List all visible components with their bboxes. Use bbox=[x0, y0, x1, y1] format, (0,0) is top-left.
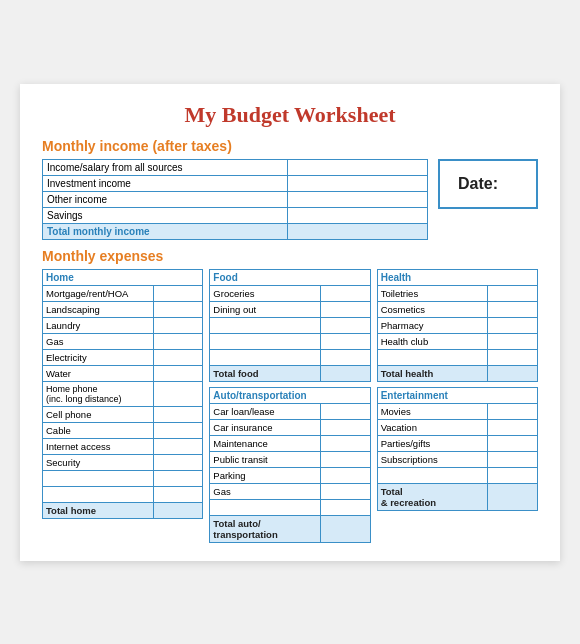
food-total-row: Total food bbox=[210, 365, 370, 381]
health-label: Cosmetics bbox=[377, 301, 488, 317]
home-label: Mortgage/rent/HOA bbox=[43, 285, 154, 301]
auto-label: Gas bbox=[210, 483, 321, 499]
home-value[interactable] bbox=[153, 438, 203, 454]
health-value[interactable] bbox=[488, 317, 538, 333]
auto-value[interactable] bbox=[320, 435, 370, 451]
date-label: Date: bbox=[458, 175, 498, 193]
ent-header: Entertainment bbox=[377, 387, 537, 403]
table-row: Toiletries bbox=[377, 285, 537, 301]
food-label: Dining out bbox=[210, 301, 321, 317]
table-row bbox=[43, 486, 203, 502]
date-box: Date: bbox=[438, 159, 538, 209]
table-row bbox=[210, 317, 370, 333]
ent-value[interactable] bbox=[488, 435, 538, 451]
income-value-4[interactable] bbox=[288, 207, 428, 223]
home-value[interactable] bbox=[153, 365, 203, 381]
home-value[interactable] bbox=[153, 349, 203, 365]
home-value[interactable] bbox=[153, 317, 203, 333]
income-label-3: Other income bbox=[43, 191, 288, 207]
table-row: Income/salary from all sources bbox=[43, 159, 428, 175]
food-auto-column: Food Groceries Dining out Total food Aut… bbox=[209, 269, 370, 543]
home-value[interactable] bbox=[153, 333, 203, 349]
auto-label: Public transit bbox=[210, 451, 321, 467]
table-row: Water bbox=[43, 365, 203, 381]
food-total-label: Total food bbox=[210, 365, 321, 381]
main-title: My Budget Worksheet bbox=[42, 102, 538, 128]
ent-header-row: Entertainment bbox=[377, 387, 537, 403]
auto-label: Car loan/lease bbox=[210, 403, 321, 419]
income-value-2[interactable] bbox=[288, 175, 428, 191]
income-section-title: Monthly income (after taxes) bbox=[42, 138, 538, 154]
auto-value[interactable] bbox=[320, 451, 370, 467]
food-total-value[interactable] bbox=[320, 365, 370, 381]
home-value[interactable] bbox=[153, 301, 203, 317]
home-value[interactable] bbox=[153, 422, 203, 438]
auto-total-value[interactable] bbox=[320, 515, 370, 542]
table-row: Public transit bbox=[210, 451, 370, 467]
health-ent-column: Health Toiletries Cosmetics Pharmacy Hea… bbox=[377, 269, 538, 511]
home-label: Laundry bbox=[43, 317, 154, 333]
home-header-row: Home bbox=[43, 269, 203, 285]
ent-total-row: Total& recreation bbox=[377, 483, 537, 510]
table-row: Dining out bbox=[210, 301, 370, 317]
auto-header: Auto/transportation bbox=[210, 387, 370, 403]
auto-label: Car insurance bbox=[210, 419, 321, 435]
income-area: Income/salary from all sources Investmen… bbox=[42, 159, 538, 240]
auto-value[interactable] bbox=[320, 467, 370, 483]
health-total-label: Total health bbox=[377, 365, 488, 381]
table-row: Other income bbox=[43, 191, 428, 207]
ent-value[interactable] bbox=[488, 403, 538, 419]
health-label: Health club bbox=[377, 333, 488, 349]
food-value[interactable] bbox=[320, 285, 370, 301]
home-label: Landscaping bbox=[43, 301, 154, 317]
food-label: Groceries bbox=[210, 285, 321, 301]
home-total-value[interactable] bbox=[153, 502, 203, 518]
table-row: Gas bbox=[43, 333, 203, 349]
ent-total-label: Total& recreation bbox=[377, 483, 488, 510]
ent-value[interactable] bbox=[488, 419, 538, 435]
health-value[interactable] bbox=[488, 301, 538, 317]
auto-label: Parking bbox=[210, 467, 321, 483]
auto-value[interactable] bbox=[320, 403, 370, 419]
table-row: Mortgage/rent/HOA bbox=[43, 285, 203, 301]
home-value[interactable] bbox=[153, 406, 203, 422]
table-row: Security bbox=[43, 454, 203, 470]
health-label: Pharmacy bbox=[377, 317, 488, 333]
ent-total-value[interactable] bbox=[488, 483, 538, 510]
table-row: Cable bbox=[43, 422, 203, 438]
home-value[interactable] bbox=[153, 381, 203, 406]
table-row: Savings bbox=[43, 207, 428, 223]
table-row: Gas bbox=[210, 483, 370, 499]
table-row bbox=[210, 349, 370, 365]
health-value[interactable] bbox=[488, 333, 538, 349]
home-label: Electricity bbox=[43, 349, 154, 365]
food-value[interactable] bbox=[320, 301, 370, 317]
auto-value[interactable] bbox=[320, 419, 370, 435]
table-row: Investment income bbox=[43, 175, 428, 191]
income-value-3[interactable] bbox=[288, 191, 428, 207]
auto-value[interactable] bbox=[320, 483, 370, 499]
expenses-section-title: Monthly expenses bbox=[42, 248, 538, 264]
ent-label: Parties/gifts bbox=[377, 435, 488, 451]
income-table: Income/salary from all sources Investmen… bbox=[42, 159, 428, 240]
table-row bbox=[377, 467, 537, 483]
ent-value[interactable] bbox=[488, 451, 538, 467]
home-total-row: Total home bbox=[43, 502, 203, 518]
health-value[interactable] bbox=[488, 285, 538, 301]
income-value-1[interactable] bbox=[288, 159, 428, 175]
ent-label: Vacation bbox=[377, 419, 488, 435]
income-total-row: Total monthly income bbox=[43, 223, 428, 239]
home-label: Home phone(inc. long distance) bbox=[43, 381, 154, 406]
home-label: Water bbox=[43, 365, 154, 381]
home-value[interactable] bbox=[153, 285, 203, 301]
table-row: Maintenance bbox=[210, 435, 370, 451]
home-total-label: Total home bbox=[43, 502, 154, 518]
auto-header-row: Auto/transportation bbox=[210, 387, 370, 403]
income-total-value[interactable] bbox=[288, 223, 428, 239]
table-row: Movies bbox=[377, 403, 537, 419]
entertainment-table: Entertainment Movies Vacation Parties/gi… bbox=[377, 387, 538, 511]
health-total-value[interactable] bbox=[488, 365, 538, 381]
income-label-1: Income/salary from all sources bbox=[43, 159, 288, 175]
table-row bbox=[43, 470, 203, 486]
home-value[interactable] bbox=[153, 454, 203, 470]
